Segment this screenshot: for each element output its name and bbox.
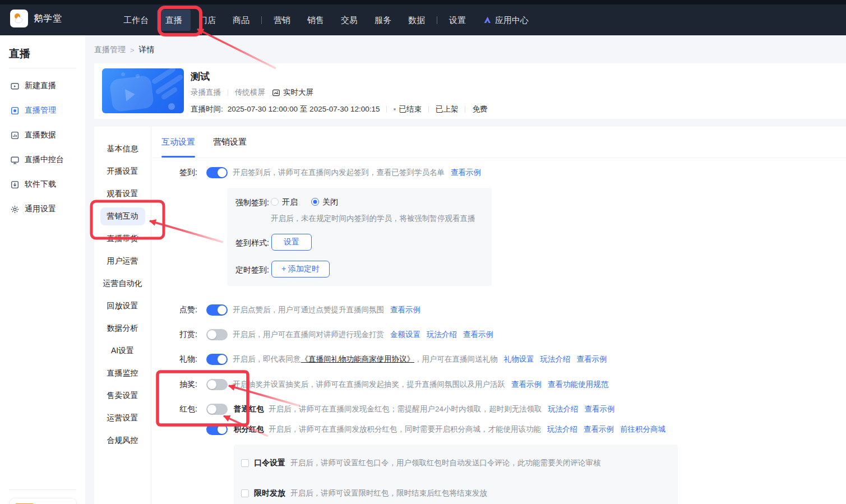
sidebar-item-live-manage[interactable]: 直播管理 [0, 98, 85, 123]
sidebar-menu: 新建直播 直播管理 直播数据 [0, 73, 85, 221]
redpacket-normal-toggle[interactable] [206, 404, 228, 415]
redpacket-points-example-link[interactable]: 查看示例 [584, 424, 614, 434]
radio-on-icon[interactable] [271, 198, 279, 206]
brand[interactable]: 鹅学堂 [10, 10, 62, 27]
menu-item-watch-settings[interactable]: 观看设置 [94, 183, 151, 205]
big-screen-link[interactable]: 实时大屏 [272, 87, 313, 98]
redpacket-row: 红包: 普通红包 开启后，讲师可在直播间发现金红包；需提醒用户24小时内领取，超… [94, 404, 846, 415]
nav-item-workbench[interactable]: 工作台 [115, 10, 157, 31]
tab-marketing-settings[interactable]: 营销设置 [213, 127, 247, 158]
nav-divider [261, 16, 262, 24]
redpacket-normal-example-link[interactable]: 查看示例 [585, 404, 615, 414]
status-dot [394, 108, 396, 110]
nav-item-sales[interactable]: 销售 [299, 10, 332, 31]
status-ended: 已结束 [394, 104, 422, 114]
radio-option-off[interactable]: 关闭 [311, 197, 338, 207]
reward-toggle[interactable] [206, 329, 228, 340]
sidebar-title: 直播 [0, 35, 85, 61]
timed-option-row: 限时发放 开启后，讲师可设置限时红包，限时结束后红包将结束发放 [241, 488, 487, 498]
divider [428, 106, 429, 113]
lottery-usage-spec-link[interactable]: 查看功能使用规范 [548, 380, 608, 390]
gift-desc-suffix: ，用户可在直播间送礼物 [414, 354, 498, 364]
reward-row: 打赏: 开启后，用户可在直播间对讲师进行现金打赏 金额设置 玩法介绍 查看示例 [94, 329, 846, 340]
goto-points-mall-link[interactable]: 前往积分商城 [620, 424, 665, 434]
sidebar-item-live-data[interactable]: 直播数据 [0, 123, 85, 147]
timed-signin-label: 定时签到: [235, 265, 269, 275]
gift-settings-link[interactable]: 礼物设置 [504, 354, 534, 364]
signin-view-example-link[interactable]: 查看示例 [451, 168, 481, 178]
detail-panel: 基本信息 开播设置 观看设置 营销互动 直播带货 用户运营 运营自动化 回放设置… [94, 127, 846, 504]
nav-item-store[interactable]: 门店 [191, 10, 224, 31]
gift-label: 礼物: [150, 354, 197, 364]
status-free: 免费 [472, 104, 487, 114]
sidebar-item-console[interactable]: 直播中控台 [0, 147, 85, 172]
menu-item-auto-operation[interactable]: 运营自动化 [94, 272, 151, 295]
reward-amount-link[interactable]: 金额设置 [390, 330, 420, 340]
lottery-toggle[interactable] [206, 379, 228, 390]
password-option-checkbox[interactable] [241, 459, 249, 467]
force-signin-label: 强制签到: [235, 198, 269, 208]
live-tags: 录播直播 传统横屏 实时大屏 [191, 87, 313, 98]
menu-item-marketing-interaction[interactable]: 营销互动 [94, 205, 151, 228]
menu-item-basic-info[interactable]: 基本信息 [94, 138, 151, 160]
divider [386, 106, 387, 113]
reward-view-example-link[interactable]: 查看示例 [463, 330, 493, 340]
gear-icon [10, 205, 20, 214]
nav-item-service[interactable]: 服务 [366, 10, 400, 31]
nav-item-settings[interactable]: 设置 [441, 10, 474, 31]
sidebar-item-new-live[interactable]: 新建直播 [0, 73, 85, 98]
tag-landscape: 传统横屏 [235, 87, 265, 98]
top-nav: 鹅学堂 工作台 直播 门店 商品 营销 销售 交易 服务 数据 设置 [0, 0, 846, 35]
tab-interaction-settings[interactable]: 互动设置 [161, 127, 195, 158]
lottery-row: 抽奖: 开启抽奖并设置抽奖后，讲师可在直播间发起抽奖，提升直播间氛围以及用户活跃… [94, 379, 846, 390]
like-view-example-link[interactable]: 查看示例 [390, 305, 420, 315]
redpacket-points-desc: 开启后，讲师可在直播间发放积分红包，同时需要开启积分商城，才能使用该功能 [269, 424, 541, 434]
timed-option-checkbox[interactable] [241, 489, 249, 497]
lottery-desc: 开启抽奖并设置抽奖后，讲师可在直播间发起抽奖，提升直播间氛围以及用户活跃 [233, 380, 505, 390]
app-window: 鹅学堂 工作台 直播 门店 商品 营销 销售 交易 服务 数据 设置 [0, 0, 846, 504]
menu-item-user-operation[interactable]: 用户运营 [94, 250, 151, 272]
redpacket-points-toggle[interactable] [206, 424, 228, 435]
gift-agreement-link[interactable]: 《直播间礼物功能商家使用协议》 [301, 354, 415, 364]
force-signin-desc: 开启后，未在规定时间内签到的学员，将被强制暂停观看直播 [271, 214, 475, 224]
password-option-row: 口令设置 开启后，讲师可设置红包口令，用户领取红包时自动发送口令评论，此功能需要… [241, 458, 601, 468]
redpacket-normal-desc: 开启后，讲师可在直播间发现金红包；需提醒用户24小时内领取，超时则无法领取 [269, 404, 542, 414]
lottery-view-example-link[interactable]: 查看示例 [511, 380, 542, 390]
sidebar-item-general-settings[interactable]: 通用设置 [0, 197, 85, 221]
nav-item-app-center[interactable]: 应用中心 [474, 10, 537, 31]
sidebar: 直播 新建直播 直播管理 [0, 35, 85, 504]
radio-option-on[interactable]: 开启 [271, 197, 298, 207]
gift-toggle[interactable] [206, 354, 228, 365]
download-icon [10, 180, 20, 189]
reward-howto-link[interactable]: 玩法介绍 [427, 330, 457, 340]
password-option-label: 口令设置 [254, 458, 285, 468]
reward-desc: 开启后，用户可在直播间对讲师进行现金打赏 [233, 330, 384, 340]
app-center-icon [483, 16, 492, 25]
like-label: 点赞: [150, 305, 197, 315]
nav-item-live[interactable]: 直播 [157, 10, 191, 31]
goose-logo-icon [10, 10, 28, 27]
radio-off-icon[interactable] [311, 198, 319, 206]
add-timed-signin-button[interactable]: + 添加定时 [271, 261, 330, 278]
nav-item-data[interactable]: 数据 [400, 10, 433, 31]
breadcrumb-parent[interactable]: 直播管理 [94, 45, 126, 55]
timed-option-label: 限时发放 [254, 488, 285, 498]
signin-toggle[interactable] [206, 167, 228, 178]
signin-row: 签到: 开启签到后，讲师可在直播间内发起签到，查看已签到学员名单 查看示例 [94, 167, 846, 178]
gift-view-example-link[interactable]: 查看示例 [577, 354, 607, 364]
redpacket-normal-howto-link[interactable]: 玩法介绍 [548, 404, 579, 414]
like-toggle[interactable] [206, 304, 228, 316]
nav-item-goods[interactable]: 商品 [224, 10, 258, 31]
tab-bar: 互动设置 营销设置 [152, 127, 846, 158]
signin-style-set-button[interactable]: 设置 [271, 234, 312, 251]
menu-item-live-commerce[interactable]: 直播带货 [94, 228, 151, 250]
sidebar-promo-card[interactable] [9, 498, 77, 504]
nav-item-trade[interactable]: 交易 [332, 10, 366, 31]
gift-howto-link[interactable]: 玩法介绍 [540, 354, 571, 364]
nav-item-marketing[interactable]: 营销 [265, 10, 299, 31]
breadcrumb-separator: > [130, 46, 135, 54]
signin-settings-panel: 强制签到: 开启 关闭 开启后，未在规定时间内签到的学员，将被强制暂停观看直播 … [227, 188, 492, 286]
time-value: 2025-07-30 12:00:00 至 2025-07-30 12:00:1… [228, 104, 380, 114]
sidebar-item-download[interactable]: 软件下载 [0, 172, 85, 197]
redpacket-points-howto-link[interactable]: 玩法介绍 [547, 424, 577, 434]
